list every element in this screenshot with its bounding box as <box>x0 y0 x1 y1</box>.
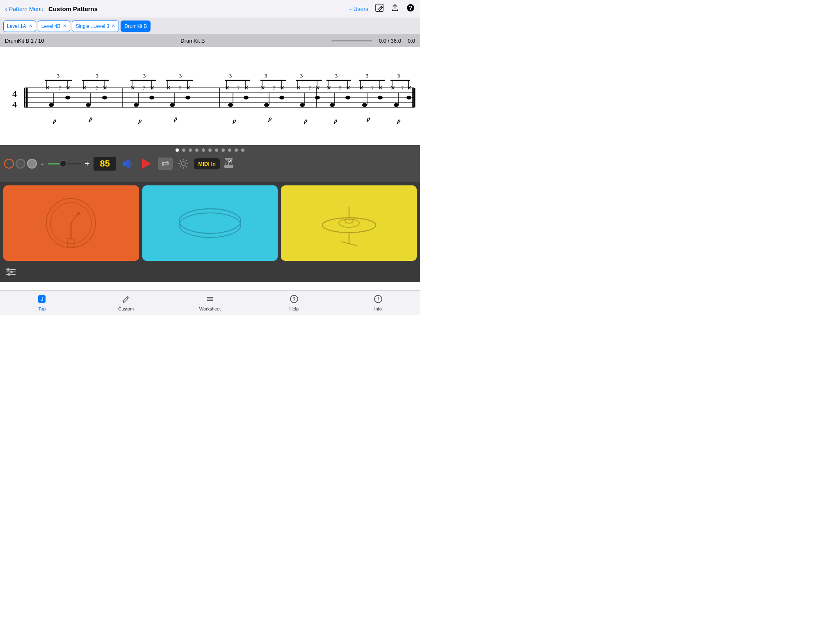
svg-text:✕: ✕ <box>186 85 191 91</box>
users-button[interactable]: + Users <box>348 6 368 12</box>
tab-level1a-close[interactable]: ✕ <box>29 23 32 29</box>
bottom-tab-help[interactable]: ? Help <box>252 291 336 315</box>
back-button[interactable]: ‹ Pattern Menu <box>5 5 43 13</box>
svg-point-54 <box>170 103 175 107</box>
bottom-tab-info[interactable]: i Info <box>336 291 420 315</box>
tab-singlelevel3-close[interactable]: ✕ <box>112 23 115 29</box>
drum-circle-gray1[interactable] <box>16 159 25 169</box>
help-label: Help <box>289 306 299 311</box>
svg-text:✕: ✕ <box>326 85 331 91</box>
tab-level4b[interactable]: Level 4B ✕ <box>38 21 71 32</box>
svg-point-66 <box>244 96 249 100</box>
svg-point-104 <box>362 103 367 107</box>
control-panel: - + 85 <box>0 145 420 182</box>
help-icon-button[interactable]: ? <box>406 3 415 14</box>
help-circle-icon: ? <box>406 3 415 12</box>
worksheet-icon <box>205 294 215 306</box>
tab-level4b-close[interactable]: ✕ <box>63 23 66 29</box>
svg-text:3: 3 <box>229 73 232 79</box>
svg-text:✕: ✕ <box>407 85 412 91</box>
svg-point-56 <box>185 96 190 100</box>
svg-point-46 <box>149 96 154 100</box>
settings-button[interactable] <box>177 157 190 170</box>
volume-slider[interactable] <box>48 163 81 164</box>
info-icon: i <box>374 294 383 306</box>
tab-level1a[interactable]: Level 1A ✕ <box>3 21 36 32</box>
bottom-tab-worksheet[interactable]: Worksheet <box>168 291 252 315</box>
svg-point-114 <box>394 103 399 107</box>
svg-text:𝆏: 𝆏 <box>397 117 401 124</box>
position-slider[interactable] <box>331 40 372 41</box>
dot-10 <box>235 148 238 152</box>
svg-text:𝆏: 𝆏 <box>304 117 308 124</box>
info-bar-title: DrumKit B 1 / 10 <box>5 38 54 44</box>
svg-point-64 <box>228 103 233 107</box>
sound-icon <box>121 157 135 171</box>
page-dots <box>0 145 420 153</box>
tab-drumkitb[interactable]: DrumKit B <box>121 21 151 32</box>
edit-icon-button[interactable] <box>375 3 384 14</box>
bottom-tab-custom[interactable]: Custom <box>84 291 168 315</box>
tabs-bar: Level 1A ✕ Level 4B ✕ Single...Level 3 ✕… <box>0 18 420 34</box>
svg-text:𝆏: 𝆏 <box>173 115 178 122</box>
svg-text:✕: ✕ <box>315 85 320 91</box>
bass-drum-icon <box>38 190 104 256</box>
svg-point-26 <box>65 96 70 100</box>
metronome-button[interactable] <box>224 157 234 171</box>
info-bar-right: 0.0 / 36.0 0.0 <box>331 38 415 44</box>
svg-text:𝆏: 𝆏 <box>268 115 272 122</box>
cymbal-pad[interactable] <box>281 185 417 261</box>
tab-singlelevel3-label: Single...Level 3 <box>75 23 109 29</box>
dot-9 <box>228 148 231 152</box>
svg-point-157 <box>8 273 10 276</box>
sheet-music-area: 4 4 3 ✕ 7 ✕ 3 ✕ 7 ✕ <box>0 47 420 145</box>
svg-point-34 <box>86 103 91 107</box>
share-icon-button[interactable] <box>390 3 399 14</box>
svg-text:?: ? <box>292 296 296 302</box>
svg-line-132 <box>226 160 226 165</box>
info-bar-center: DrumKit B <box>54 38 331 44</box>
top-nav: ‹ Pattern Menu Custom Patterns + Users ? <box>0 0 420 18</box>
svg-text:✕: ✕ <box>150 85 155 91</box>
svg-line-140 <box>71 215 77 223</box>
info-label: Info <box>374 306 381 311</box>
dot-1 <box>176 148 179 152</box>
midi-in-button[interactable]: MIDI In <box>194 158 220 169</box>
mixer-button[interactable] <box>5 267 16 279</box>
help-icon: ? <box>290 294 299 306</box>
svg-point-84 <box>300 103 305 107</box>
svg-text:7: 7 <box>59 85 61 91</box>
svg-text:7: 7 <box>371 85 374 91</box>
drum-pads-area <box>0 182 420 264</box>
bottom-tab-bar: ♩ Tap Custom Worksheet <box>0 290 420 315</box>
svg-text:✕: ✕ <box>225 85 230 91</box>
svg-text:3: 3 <box>300 73 303 79</box>
dot-2 <box>182 148 185 152</box>
tempo-minus-button[interactable]: - <box>41 159 44 169</box>
dot-3 <box>189 148 192 152</box>
svg-text:𝆏: 𝆏 <box>366 115 370 122</box>
svg-point-94 <box>330 103 335 107</box>
cymbal-icon <box>316 190 382 256</box>
volume-slider-thumb[interactable] <box>59 160 67 167</box>
bottom-tab-tap[interactable]: ♩ Tap <box>0 291 84 315</box>
svg-text:✕: ✕ <box>346 85 351 91</box>
loop-icon <box>161 160 169 167</box>
tap-icon: ♩ <box>37 294 46 306</box>
svg-text:✕: ✕ <box>45 85 50 91</box>
drum-circle-gray2[interactable] <box>27 159 37 169</box>
tab-singlelevel3[interactable]: Single...Level 3 ✕ <box>72 21 119 32</box>
info-bar-position: 0.0 / 36.0 <box>379 38 401 44</box>
loop-button[interactable] <box>158 158 173 170</box>
svg-text:4: 4 <box>12 99 17 110</box>
sound-button[interactable] <box>120 156 135 171</box>
dot-8 <box>221 148 225 152</box>
snare-drum-pad[interactable] <box>142 185 278 261</box>
tempo-plus-button[interactable]: + <box>85 159 90 169</box>
play-button[interactable] <box>139 156 154 171</box>
svg-text:3: 3 <box>366 73 369 79</box>
bass-drum-pad[interactable] <box>3 185 139 261</box>
svg-text:✕: ✕ <box>378 85 383 91</box>
drum-circle-orange[interactable] <box>4 159 14 169</box>
dot-7 <box>215 148 218 152</box>
